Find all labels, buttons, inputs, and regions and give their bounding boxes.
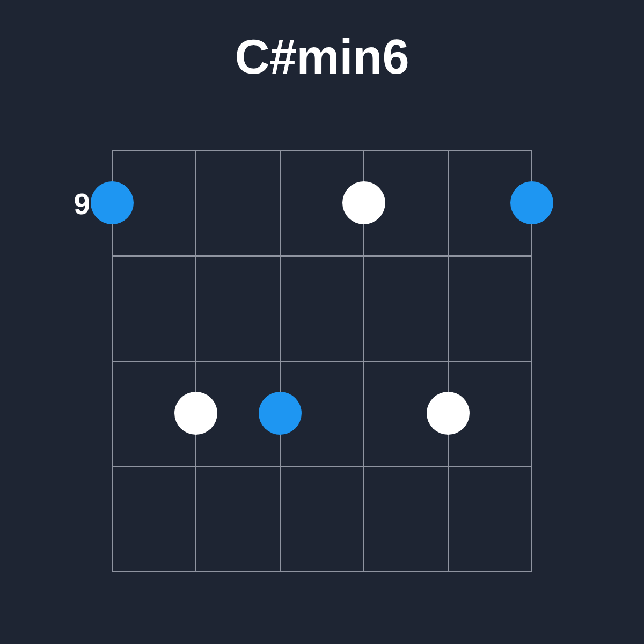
fretboard-container: [112, 150, 532, 571]
fret-line-0: [112, 150, 532, 151]
fret-line-3: [112, 466, 532, 467]
finger-dot-string1-fret9: [91, 181, 134, 224]
finger-dot-string3-fret11: [259, 392, 302, 435]
fret-line-4: [112, 571, 532, 572]
fret-line-1: [112, 255, 532, 257]
chord-title: C#min6: [0, 30, 644, 85]
starting-fret-label: 9: [53, 187, 90, 221]
finger-dot-string5-fret11: [427, 392, 470, 435]
fret-line-2: [112, 361, 532, 362]
fretboard-grid: [112, 150, 532, 571]
finger-dot-string4-fret9: [342, 181, 385, 224]
finger-dot-string2-fret11: [174, 392, 217, 435]
finger-dot-string6-fret9: [510, 181, 553, 224]
